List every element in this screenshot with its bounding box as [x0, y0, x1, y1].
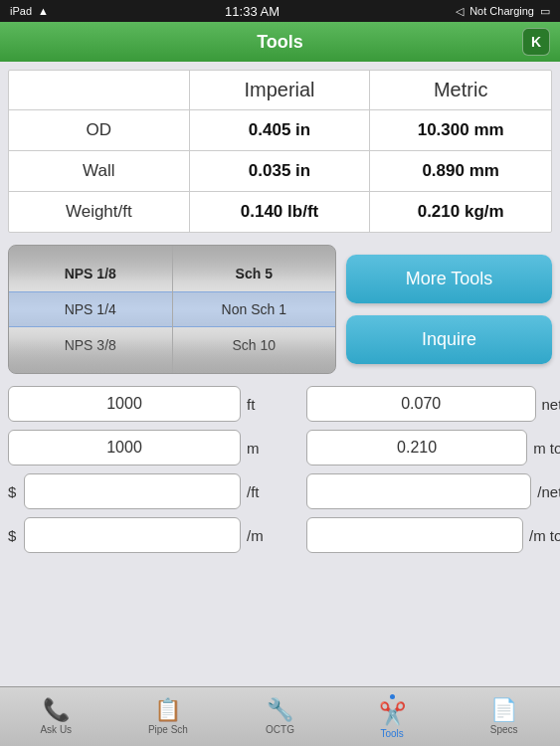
- picker-wheel-left[interactable]: NPS 1/8 NPS 1/4 NPS 3/8: [9, 246, 173, 373]
- calc-row-dollar-ft: $ /ft: [8, 473, 286, 509]
- app-header: Tools K: [0, 22, 560, 62]
- picker-item-right-0[interactable]: Sch 5: [173, 256, 336, 291]
- phone-icon: 📞: [43, 699, 70, 721]
- row-label-wall: Wall: [9, 151, 190, 191]
- battery-icon: ▭: [540, 5, 550, 18]
- col-imperial-header: Imperial: [190, 71, 371, 109]
- picker-item-left-2[interactable]: NPS 3/8: [9, 327, 172, 363]
- status-left: iPad ▲: [10, 5, 49, 17]
- action-buttons: More Tools Inquire: [346, 255, 552, 364]
- net-ton-input[interactable]: [306, 386, 536, 422]
- calc-row-per-net-ton: /net ton: [306, 473, 560, 509]
- calc-row-m-tonne: m tonne: [306, 430, 560, 466]
- picker-item-left-0[interactable]: NPS 1/8: [9, 256, 172, 291]
- m-tonne-label: m tonne: [533, 440, 560, 457]
- calc-row-dollar-m: $ /m: [8, 517, 286, 553]
- status-bar: iPad ▲ 11:33 AM ◁ Not Charging ▭: [0, 0, 560, 22]
- navigation-icon: ◁: [456, 5, 464, 18]
- col-metric-header: Metric: [370, 71, 551, 109]
- tab-ask-us-label: Ask Us: [40, 724, 72, 735]
- table-row: OD 0.405 in 10.300 mm: [9, 110, 551, 151]
- calc-row-m: m: [8, 430, 286, 466]
- ft-label: ft: [247, 396, 286, 413]
- row-weight-imperial: 0.140 lb/ft: [190, 192, 371, 232]
- tab-octg[interactable]: 🔧 OCTG: [224, 687, 336, 746]
- tab-tools-label: Tools: [380, 728, 403, 739]
- row-weight-metric: 0.210 kg/m: [370, 192, 551, 232]
- specs-icon: 📄: [490, 699, 517, 721]
- table-header: Imperial Metric: [9, 71, 551, 110]
- picker-item-right-2[interactable]: Sch 10: [173, 327, 336, 363]
- row-od-metric: 10.300 mm: [370, 110, 551, 150]
- m-tonne-input[interactable]: [306, 430, 527, 466]
- row-label-weight: Weight/ft: [9, 192, 190, 232]
- net-ton-label: net ton: [542, 396, 561, 413]
- table-row: Wall 0.035 in 0.890 mm: [9, 151, 551, 192]
- picker-item-left-1[interactable]: NPS 1/4: [9, 291, 172, 327]
- per-net-ton-label: /net ton: [537, 483, 560, 500]
- m-label: m: [247, 440, 286, 457]
- calc-row-per-m-tonne: /m tonne: [306, 517, 560, 553]
- ft-input[interactable]: [8, 386, 241, 422]
- picker-wheel-right[interactable]: Sch 5 Non Sch 1 Sch 10: [173, 246, 336, 373]
- picker-items-right: Sch 5 Non Sch 1 Sch 10: [173, 246, 336, 373]
- battery-status: Not Charging: [469, 5, 534, 17]
- row-wall-imperial: 0.035 in: [190, 151, 371, 191]
- dollar-m-prefix: $: [8, 527, 18, 544]
- dollar-m-input[interactable]: [24, 517, 241, 553]
- status-time: 11:33 AM: [225, 4, 280, 19]
- m-input[interactable]: [8, 430, 241, 466]
- tab-pipe-sch-label: Pipe Sch: [148, 724, 188, 735]
- row-wall-metric: 0.890 mm: [370, 151, 551, 191]
- per-m-tonne-label: /m tonne: [529, 527, 560, 544]
- per-net-ton-input[interactable]: [306, 473, 531, 509]
- tab-ask-us[interactable]: 📞 Ask Us: [0, 687, 112, 746]
- calc-row-net-ton: net ton: [306, 386, 560, 422]
- calc-section: ft net ton m m tonne $ /ft /net ton $ /m…: [0, 380, 560, 559]
- tab-specs-label: Specs: [490, 724, 518, 735]
- row-od-imperial: 0.405 in: [190, 110, 371, 150]
- table-row: Weight/ft 0.140 lb/ft 0.210 kg/m: [9, 192, 551, 232]
- header-title: Tools: [257, 32, 303, 53]
- dollar-ft-prefix: $: [8, 483, 18, 500]
- tab-specs[interactable]: 📄 Specs: [448, 687, 560, 746]
- dollar-ft-label: /ft: [247, 483, 286, 500]
- header-logo: K: [522, 28, 550, 56]
- tab-tools[interactable]: ✂️ Tools: [336, 687, 449, 746]
- status-right: ◁ Not Charging ▭: [456, 5, 550, 18]
- picker-items-left: NPS 1/8 NPS 1/4 NPS 3/8: [9, 246, 172, 373]
- picker-item-right-1[interactable]: Non Sch 1: [173, 291, 336, 327]
- per-m-tonne-input[interactable]: [306, 517, 523, 553]
- octg-icon: 🔧: [267, 699, 293, 721]
- tab-pipe-sch[interactable]: 📋 Pipe Sch: [112, 687, 225, 746]
- tools-icon: ✂️: [379, 703, 406, 725]
- picker-container[interactable]: NPS 1/8 NPS 1/4 NPS 3/8 Sch 5 Non Sch 1 …: [8, 245, 336, 374]
- calc-row-ft: ft: [8, 386, 286, 422]
- wifi-icon: ▲: [38, 5, 49, 17]
- dollar-ft-input[interactable]: [24, 473, 241, 509]
- tab-octg-label: OCTG: [266, 724, 294, 735]
- col-label-empty: [9, 71, 190, 109]
- row-label-od: OD: [9, 110, 190, 150]
- tab-bar: 📞 Ask Us 📋 Pipe Sch 🔧 OCTG ✂️ Tools 📄 Sp…: [0, 686, 560, 746]
- data-table: Imperial Metric OD 0.405 in 10.300 mm Wa…: [8, 70, 552, 233]
- middle-section: NPS 1/8 NPS 1/4 NPS 3/8 Sch 5 Non Sch 1 …: [0, 239, 560, 380]
- inquire-button[interactable]: Inquire: [346, 315, 552, 364]
- more-tools-button[interactable]: More Tools: [346, 255, 552, 303]
- ipad-label: iPad: [10, 5, 32, 17]
- pipsch-icon: 📋: [154, 699, 181, 721]
- dollar-m-label: /m: [247, 527, 286, 544]
- tab-tools-dot: [390, 694, 395, 699]
